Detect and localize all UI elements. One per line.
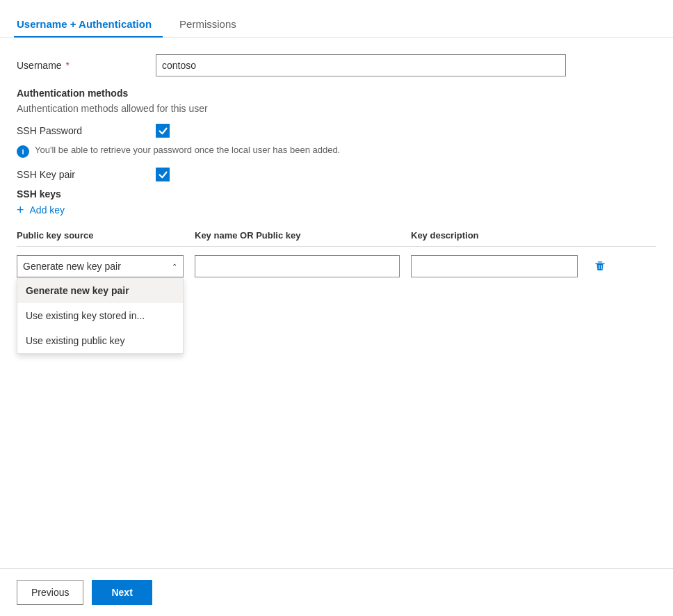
- table-header-row: Public key source Key name OR Public key…: [17, 230, 656, 247]
- ssh-keypair-row: SSH Key pair: [17, 168, 656, 181]
- required-indicator: *: [63, 60, 70, 71]
- tabs-bar: Username + Authentication Permissions: [0, 11, 673, 38]
- plus-icon: +: [17, 204, 24, 216]
- delete-key-button[interactable]: [589, 255, 611, 277]
- ssh-password-checkbox[interactable]: [156, 124, 170, 138]
- auth-methods-title: Authentication methods: [17, 88, 656, 99]
- key-desc-input[interactable]: [411, 255, 578, 277]
- info-icon: i: [17, 145, 29, 158]
- auth-methods-desc: Authentication methods allowed for this …: [17, 103, 656, 114]
- col-header-keyname: Key name OR Public key: [195, 230, 400, 241]
- source-dropdown-button[interactable]: Generate new key pair ⌃: [17, 255, 184, 277]
- tab-permissions[interactable]: Permissions: [177, 11, 248, 37]
- ssh-keys-section: SSH keys + Add key Public key source Key…: [17, 188, 656, 277]
- source-dropdown-menu: Generate new key pair Use existing key s…: [17, 277, 184, 354]
- col-header-desc: Key description: [411, 230, 578, 241]
- username-label: Username *: [17, 60, 156, 71]
- ssh-password-row: SSH Password: [17, 124, 656, 138]
- page-wrapper: Username + Authentication Permissions Us…: [0, 0, 673, 616]
- main-content: Username * Authentication methods Authen…: [0, 38, 673, 568]
- dropdown-option-generate[interactable]: Generate new key pair: [17, 278, 183, 303]
- dropdown-option-existing-public[interactable]: Use existing public key: [17, 328, 183, 353]
- username-input[interactable]: [156, 54, 566, 76]
- col-header-action: [589, 230, 611, 241]
- key-row: Generate new key pair ⌃ Generate new key…: [17, 255, 656, 277]
- ssh-password-label: SSH Password: [17, 125, 156, 136]
- ssh-keypair-label: SSH Key pair: [17, 169, 156, 180]
- tab-username-auth[interactable]: Username + Authentication: [14, 11, 163, 37]
- previous-button[interactable]: Previous: [17, 580, 83, 605]
- password-info-banner: i You'll be able to retrieve your passwo…: [17, 145, 656, 158]
- trash-icon: [594, 260, 606, 273]
- source-dropdown-container: Generate new key pair ⌃ Generate new key…: [17, 255, 184, 277]
- dropdown-selected-value: Generate new key pair: [23, 261, 121, 272]
- ssh-keypair-checkbox[interactable]: [156, 168, 170, 181]
- next-button[interactable]: Next: [92, 580, 152, 605]
- add-key-label: Add key: [30, 204, 65, 216]
- password-info-text: You'll be able to retrieve your password…: [35, 145, 340, 155]
- key-name-input[interactable]: [195, 255, 400, 277]
- footer: Previous Next: [0, 568, 673, 616]
- add-key-row[interactable]: + Add key: [17, 204, 656, 216]
- col-header-source: Public key source: [17, 230, 184, 241]
- ssh-keys-title: SSH keys: [17, 188, 656, 200]
- username-field-row: Username *: [17, 54, 656, 76]
- dropdown-option-existing-stored[interactable]: Use existing key stored in...: [17, 303, 183, 328]
- chevron-down-icon: ⌃: [172, 263, 177, 270]
